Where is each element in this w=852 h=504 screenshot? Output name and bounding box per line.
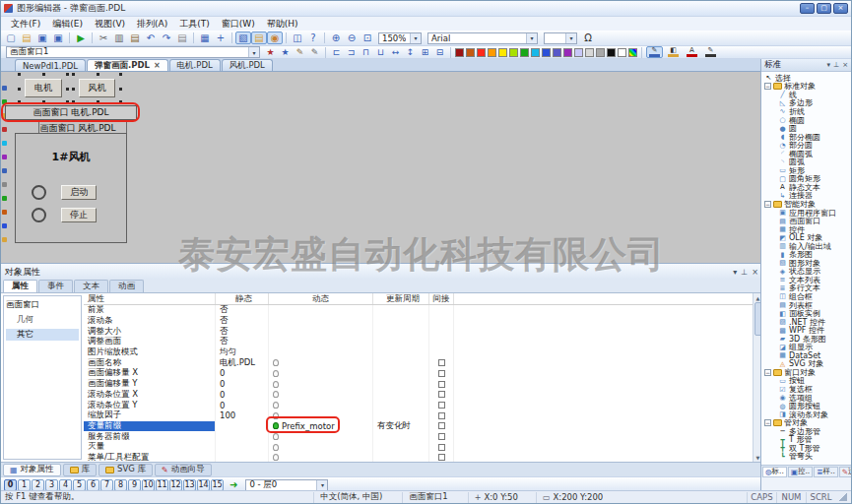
layer-button-7[interactable]: 7 <box>100 479 113 491</box>
property-static-4[interactable]: 均匀 <box>216 347 269 358</box>
undo-icon[interactable]: ↶ <box>143 32 159 44</box>
menu-item-2[interactable]: 视图(V) <box>89 17 131 32</box>
checkbox-icon[interactable] <box>438 422 445 429</box>
menu-item-3[interactable]: 排列(A) <box>131 17 173 32</box>
checkbox-icon[interactable] <box>438 444 445 451</box>
library-item-40[interactable]: ◨滚动条对象 <box>764 410 851 419</box>
selection-handle[interactable] <box>72 88 75 91</box>
start-button[interactable]: 启动 <box>61 185 97 200</box>
selection-handle[interactable] <box>18 73 21 76</box>
checkbox-icon[interactable] <box>438 433 445 440</box>
property-indirect-2[interactable] <box>429 326 454 337</box>
menu-item-4[interactable]: 工具(T) <box>173 17 216 32</box>
close-button[interactable]: × <box>833 3 848 14</box>
property-indirect-4[interactable] <box>429 347 454 358</box>
preview-icon[interactable]: ▧ <box>235 32 251 44</box>
gallery-icon[interactable]: ◉ <box>267 32 283 44</box>
property-static-14[interactable] <box>216 453 269 462</box>
bottom-tab-0[interactable]: ▦对象属性 <box>3 464 61 476</box>
scroll-up-icon[interactable]: ▲ <box>756 293 760 302</box>
layer-button-15[interactable]: 15 <box>211 479 224 491</box>
tree-item-geometry[interactable]: 几何 <box>6 314 79 326</box>
property-row-12[interactable]: 服务器前缀 <box>84 431 753 442</box>
bulb-icon[interactable] <box>273 444 279 451</box>
library-group-1[interactable]: −标准对象 <box>764 83 851 92</box>
checkbox-icon[interactable] <box>438 391 445 398</box>
library-item-17[interactable]: ▤画面窗口 <box>764 217 851 225</box>
property-row-0[interactable]: 前景否 <box>84 305 753 316</box>
palette-icon-11[interactable] <box>2 237 7 242</box>
selection-handle[interactable] <box>42 73 45 76</box>
property-static-3[interactable]: 否 <box>216 337 269 347</box>
selection-handle[interactable] <box>18 88 21 91</box>
document-tab-1[interactable]: 弹窗画面.PDL× <box>87 59 168 71</box>
library-tab-0[interactable]: ◍标.. <box>762 467 787 477</box>
property-dynamic-3[interactable] <box>269 337 373 347</box>
palette-icon-5[interactable] <box>2 155 7 159</box>
pen-icon[interactable]: ✎ <box>307 46 322 59</box>
checkbox-icon[interactable] <box>438 412 445 419</box>
menu-item-6[interactable]: 帮助(H) <box>261 17 304 32</box>
zoom-fit-icon[interactable]: ⊡ <box>360 32 375 44</box>
property-row-2[interactable]: 调整大小否 <box>84 326 753 337</box>
scroll-down-icon[interactable]: ▼ <box>756 453 760 462</box>
property-row-10[interactable]: 缩放因子100 <box>84 410 753 421</box>
property-row-4[interactable]: 图片缩放模式均匀 <box>84 347 753 358</box>
dynamic-dialog-icon[interactable]: ★ <box>278 46 293 59</box>
layer-button-2[interactable]: 2 <box>32 479 44 491</box>
maximize-button[interactable]: ▢ <box>817 3 831 14</box>
zoom-out-icon[interactable]: ⊖ <box>344 32 360 44</box>
layer-button-11[interactable]: 11 <box>156 479 168 491</box>
layer-button-13[interactable]: 13 <box>183 479 196 491</box>
property-row-11[interactable]: 变量前缀Prefix_motor有变化时 <box>84 421 753 432</box>
bulb-icon[interactable] <box>273 433 279 440</box>
color-swatch[interactable] <box>553 48 561 57</box>
align-left-icon[interactable]: ⊏ <box>329 46 344 59</box>
paste-icon[interactable]: ▤ <box>127 32 143 44</box>
property-row-1[interactable]: 滚动条否 <box>84 316 753 327</box>
palette-icon-10[interactable] <box>2 223 7 228</box>
property-static-9[interactable]: 0 <box>216 400 269 410</box>
color-swatch[interactable] <box>498 48 507 57</box>
layer-button-1[interactable]: 1 <box>18 479 31 491</box>
document-tab-3[interactable]: 风机.PDL <box>222 59 273 71</box>
format-brush-button[interactable]: ✎ <box>702 46 719 58</box>
zoom-in-icon[interactable]: ⊕ <box>328 32 344 44</box>
color-swatch[interactable] <box>531 48 540 57</box>
color-swatch[interactable] <box>466 48 475 57</box>
bulb-icon[interactable] <box>273 391 279 398</box>
library-tab-2[interactable]: ≣样.. <box>814 467 838 477</box>
property-dynamic-8[interactable] <box>269 390 373 401</box>
property-indirect-12[interactable] <box>429 431 454 442</box>
selection-handle[interactable] <box>72 73 75 76</box>
property-static-7[interactable]: 0 <box>216 379 269 390</box>
layer-button-3[interactable]: 3 <box>45 479 58 491</box>
palette-icon-4[interactable] <box>2 141 7 146</box>
library-tab-1[interactable]: ▣控.. <box>788 467 813 477</box>
color-swatch[interactable] <box>542 48 551 57</box>
property-indirect-5[interactable] <box>429 357 454 368</box>
chevron-down-icon[interactable]: ▾ <box>565 33 576 43</box>
new-file-icon[interactable]: ▢ <box>3 32 19 44</box>
color-swatch[interactable] <box>628 48 637 57</box>
zoom-level-combo[interactable]: 150%▾ <box>378 32 422 44</box>
save-all-icon[interactable]: ▣ <box>50 32 66 44</box>
color-swatch[interactable] <box>596 48 605 57</box>
close-tab-icon[interactable]: × <box>154 61 161 70</box>
layer-arrow-icon[interactable]: ➜ <box>229 479 237 490</box>
property-row-3[interactable]: 调整画面否 <box>84 337 753 347</box>
document-tab-2[interactable]: 电机.PDL <box>169 59 221 71</box>
pin-icon[interactable]: ⊥ <box>833 61 839 69</box>
layer-button-4[interactable]: 4 <box>59 479 72 491</box>
context-help-icon[interactable]: ? <box>305 32 321 44</box>
layer-button-8[interactable]: 8 <box>114 479 127 491</box>
property-indirect-6[interactable] <box>429 368 454 379</box>
color-swatch[interactable] <box>618 48 626 57</box>
chevron-down-icon[interactable]: ▾ <box>827 61 831 69</box>
grid-icon[interactable]: ▦ <box>197 32 213 44</box>
layer-button-9[interactable]: 9 <box>128 479 141 491</box>
library-item-4[interactable]: ∿折线 <box>764 107 851 116</box>
collapse-icon[interactable]: − <box>764 369 771 376</box>
property-static-11[interactable] <box>216 421 269 432</box>
property-row-8[interactable]: 滚动条位置 X0 <box>84 390 753 401</box>
